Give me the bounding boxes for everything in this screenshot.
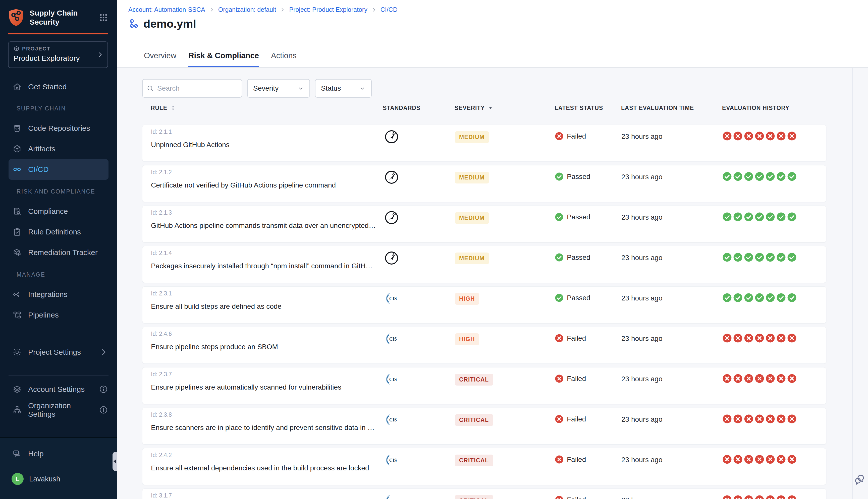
- sidebar-item-integrations[interactable]: Integrations: [0, 284, 117, 305]
- passed-icon[interactable]: [755, 253, 764, 262]
- breadcrumb-link[interactable]: Project: Product Exploratory: [289, 6, 367, 13]
- sidebar-item-remediation-tracker[interactable]: Remediation Tracker: [0, 242, 117, 263]
- failed-icon[interactable]: [755, 454, 764, 464]
- passed-icon[interactable]: [722, 293, 732, 303]
- table-row[interactable]: Id: 2.4.2Ensure all external dependencie…: [142, 448, 826, 485]
- failed-icon[interactable]: [733, 374, 743, 383]
- failed-icon[interactable]: [722, 414, 732, 424]
- passed-icon[interactable]: [776, 293, 786, 303]
- passed-icon[interactable]: [722, 172, 732, 181]
- user-menu[interactable]: L Lavakush: [0, 473, 117, 485]
- sort-desc-icon[interactable]: [487, 105, 494, 111]
- table-row[interactable]: Id: 2.3.8Ensure scanners are in place to…: [142, 407, 826, 445]
- passed-icon[interactable]: [787, 293, 797, 303]
- failed-icon[interactable]: [787, 131, 797, 141]
- failed-icon[interactable]: [765, 374, 775, 383]
- failed-icon[interactable]: [744, 495, 754, 499]
- sidebar-item-ci-cd[interactable]: CI/CD: [9, 159, 108, 180]
- failed-icon[interactable]: [776, 333, 786, 343]
- sidebar-item-code-repositories[interactable]: Code Repositories: [0, 118, 117, 138]
- failed-icon[interactable]: [733, 414, 743, 424]
- sidebar-item-rule-definitions[interactable]: Rule Definitions: [0, 222, 117, 242]
- passed-icon[interactable]: [765, 293, 775, 303]
- failed-icon[interactable]: [765, 495, 775, 499]
- breadcrumb-link[interactable]: CI/CD: [381, 6, 398, 13]
- passed-icon[interactable]: [744, 212, 754, 222]
- sort-icon[interactable]: [170, 105, 176, 111]
- table-row[interactable]: Id: 2.4.6Ensure pipeline steps produce a…: [142, 327, 826, 364]
- sidebar-item-project-settings[interactable]: Project Settings: [0, 342, 117, 363]
- table-row[interactable]: Id: 2.3.7Ensure pipelines are automatica…: [142, 367, 826, 404]
- failed-icon[interactable]: [733, 131, 743, 141]
- failed-icon[interactable]: [744, 333, 754, 343]
- passed-icon[interactable]: [722, 253, 732, 262]
- failed-icon[interactable]: [765, 131, 775, 141]
- failed-icon[interactable]: [776, 414, 786, 424]
- passed-icon[interactable]: [755, 212, 764, 222]
- table-row[interactable]: Id: 2.1.3GitHub Actions pipeline command…: [142, 206, 826, 242]
- failed-icon[interactable]: [776, 374, 786, 383]
- table-row[interactable]: Id: 2.1.2Certificate not verified by Git…: [142, 165, 826, 202]
- passed-icon[interactable]: [733, 293, 743, 303]
- failed-icon[interactable]: [765, 414, 775, 424]
- failed-icon[interactable]: [733, 495, 743, 499]
- sidebar-item-get-started[interactable]: Get Started: [0, 77, 117, 97]
- passed-icon[interactable]: [755, 172, 764, 181]
- failed-icon[interactable]: [776, 495, 786, 499]
- app-switcher-grid-icon[interactable]: [99, 13, 108, 22]
- sidebar-item-pipelines[interactable]: Pipelines: [0, 305, 117, 325]
- failed-icon[interactable]: [776, 131, 786, 141]
- status-filter-dropdown[interactable]: Status: [315, 79, 372, 98]
- severity-filter-dropdown[interactable]: Severity: [247, 79, 310, 98]
- passed-icon[interactable]: [787, 212, 797, 222]
- failed-icon[interactable]: [787, 374, 797, 383]
- breadcrumb-link[interactable]: Organization: default: [218, 6, 276, 13]
- failed-icon[interactable]: [744, 414, 754, 424]
- failed-icon[interactable]: [755, 131, 764, 141]
- tab-risk-compliance[interactable]: Risk & Compliance: [188, 51, 259, 67]
- sidebar-item-account-settings[interactable]: Account Settings: [0, 379, 117, 400]
- passed-icon[interactable]: [733, 212, 743, 222]
- sidebar-item-artifacts[interactable]: Artifacts: [0, 138, 117, 159]
- failed-icon[interactable]: [755, 374, 764, 383]
- sidebar-item-help[interactable]: ? Help: [0, 445, 117, 463]
- passed-icon[interactable]: [765, 253, 775, 262]
- failed-icon[interactable]: [733, 333, 743, 343]
- passed-icon[interactable]: [744, 293, 754, 303]
- tab-actions[interactable]: Actions: [271, 51, 297, 67]
- breadcrumb-link[interactable]: Account: Automation-SSCA: [128, 6, 205, 13]
- passed-icon[interactable]: [733, 253, 743, 262]
- failed-icon[interactable]: [744, 454, 754, 464]
- failed-icon[interactable]: [787, 454, 797, 464]
- passed-icon[interactable]: [776, 172, 786, 181]
- passed-icon[interactable]: [776, 212, 786, 222]
- failed-icon[interactable]: [755, 495, 764, 499]
- project-selector[interactable]: PROJECT Product Exploratory: [8, 41, 108, 68]
- failed-icon[interactable]: [776, 454, 786, 464]
- passed-icon[interactable]: [744, 172, 754, 181]
- failed-icon[interactable]: [787, 414, 797, 424]
- failed-icon[interactable]: [722, 495, 732, 499]
- failed-icon[interactable]: [744, 374, 754, 383]
- failed-icon[interactable]: [787, 495, 797, 499]
- search-input[interactable]: [142, 79, 242, 98]
- passed-icon[interactable]: [765, 172, 775, 181]
- sidebar-item-compliance[interactable]: Compliance: [0, 201, 117, 222]
- tab-overview[interactable]: Overview: [144, 51, 176, 67]
- table-row[interactable]: Id: 2.1.4Packages insecurely installed t…: [142, 246, 826, 283]
- passed-icon[interactable]: [744, 253, 754, 262]
- failed-icon[interactable]: [765, 333, 775, 343]
- sidebar-item-organization-settings[interactable]: Organization Settings: [0, 400, 117, 420]
- passed-icon[interactable]: [765, 212, 775, 222]
- failed-icon[interactable]: [765, 454, 775, 464]
- failed-icon[interactable]: [733, 454, 743, 464]
- passed-icon[interactable]: [722, 212, 732, 222]
- passed-icon[interactable]: [776, 253, 786, 262]
- table-row[interactable]: Id: 2.3.1Ensure all build steps are defi…: [142, 287, 826, 323]
- failed-icon[interactable]: [722, 374, 732, 383]
- failed-icon[interactable]: [744, 131, 754, 141]
- table-row[interactable]: Id: 3.1.7CISCRITICALFailed23 hours ago: [142, 488, 826, 499]
- failed-icon[interactable]: [755, 333, 764, 343]
- failed-icon[interactable]: [722, 454, 732, 464]
- sidebar-collapse-handle[interactable]: [112, 452, 117, 471]
